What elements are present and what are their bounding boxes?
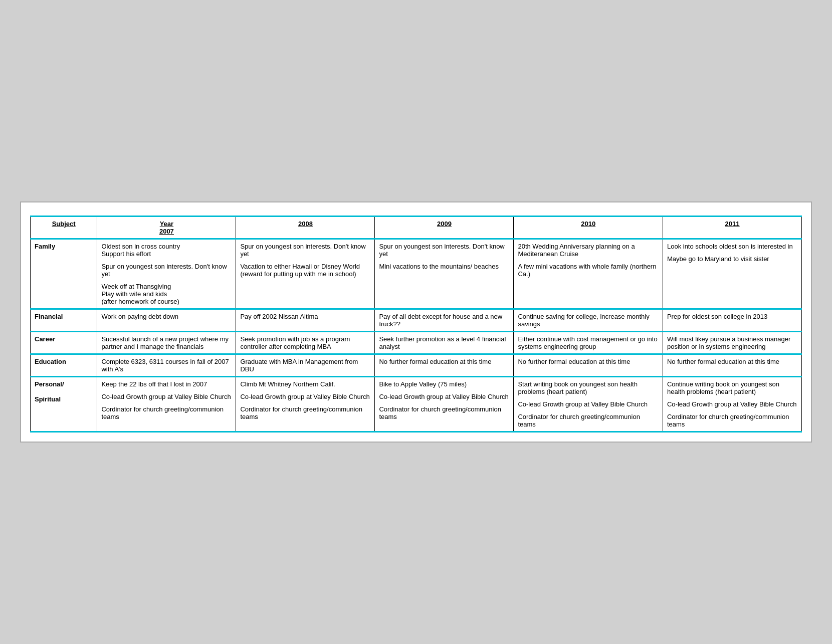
subject-header: Subject (31, 217, 97, 239)
data-cell: Will most likey pursue a business manage… (663, 332, 801, 354)
year-2010-header: 2010 (514, 217, 663, 239)
subject-cell: Family (31, 239, 97, 309)
data-cell: Look into schools oldest son is interest… (663, 239, 801, 309)
data-cell: Complete 6323, 6311 courses in fall of 2… (97, 354, 236, 377)
data-cell: No further formal education at this time (663, 354, 801, 377)
subject-cell: Personal/Spiritual (31, 377, 97, 432)
subject-cell: Financial (31, 309, 97, 332)
data-cell: Pay off 2002 Nissan Altima (236, 309, 375, 332)
subject-cell: Career (31, 332, 97, 354)
table-row: Personal/SpiritualKeep the 22 lbs off th… (31, 377, 802, 432)
year-2011-header: 2011 (663, 217, 801, 239)
data-cell: 20th Wedding Anniversary planning on a M… (514, 239, 663, 309)
data-cell: Start writing book on youngest son healt… (514, 377, 663, 432)
data-cell: Sucessful launch of a new project where … (97, 332, 236, 354)
data-cell: Oldest son in cross countrySupport his e… (97, 239, 236, 309)
data-cell: Pay of all debt except for house and a n… (375, 309, 514, 332)
plan-table: Subject Year 2007 2008 2009 2010 2011 (30, 216, 802, 433)
table-row: CareerSucessful launch of a new project … (31, 332, 802, 354)
year-2009-header: 2009 (375, 217, 514, 239)
table-row: FinancialWork on paying debt downPay off… (31, 309, 802, 332)
table-row: FamilyOldest son in cross countrySupport… (31, 239, 802, 309)
year-2008-header: 2008 (236, 217, 375, 239)
data-cell: Work on paying debt down (97, 309, 236, 332)
subject-label: Subject (52, 220, 76, 228)
data-cell: Spur on youngest son interests. Don't kn… (375, 239, 514, 309)
subject-cell: Education (31, 354, 97, 377)
data-cell: Bike to Apple Valley (75 miles)Co-lead G… (375, 377, 514, 432)
page: Subject Year 2007 2008 2009 2010 2011 (20, 201, 812, 443)
data-cell: No further formal education at this time (514, 354, 663, 377)
header-row: Subject Year 2007 2008 2009 2010 2011 (31, 217, 802, 239)
data-cell: Keep the 22 lbs off that I lost in 2007C… (97, 377, 236, 432)
data-cell: Climb Mt Whitney Northern Calif.Co-lead … (236, 377, 375, 432)
data-cell: Spur on youngest son interests. Don't kn… (236, 239, 375, 309)
data-cell: Either continue with cost management or … (514, 332, 663, 354)
data-cell: Continue saving for college, increase mo… (514, 309, 663, 332)
data-cell: Seek further promotion as a level 4 fina… (375, 332, 514, 354)
data-cell: Prep for oldest son college in 2013 (663, 309, 801, 332)
year-2007-header: Year 2007 (97, 217, 236, 239)
table-row: EducationComplete 6323, 6311 courses in … (31, 354, 802, 377)
data-cell: No further formal education at this time (375, 354, 514, 377)
data-cell: Graduate with MBA in Management from DBU (236, 354, 375, 377)
data-cell: Continue writing book on youngest son he… (663, 377, 801, 432)
data-cell: Seek promotion with job as a program con… (236, 332, 375, 354)
